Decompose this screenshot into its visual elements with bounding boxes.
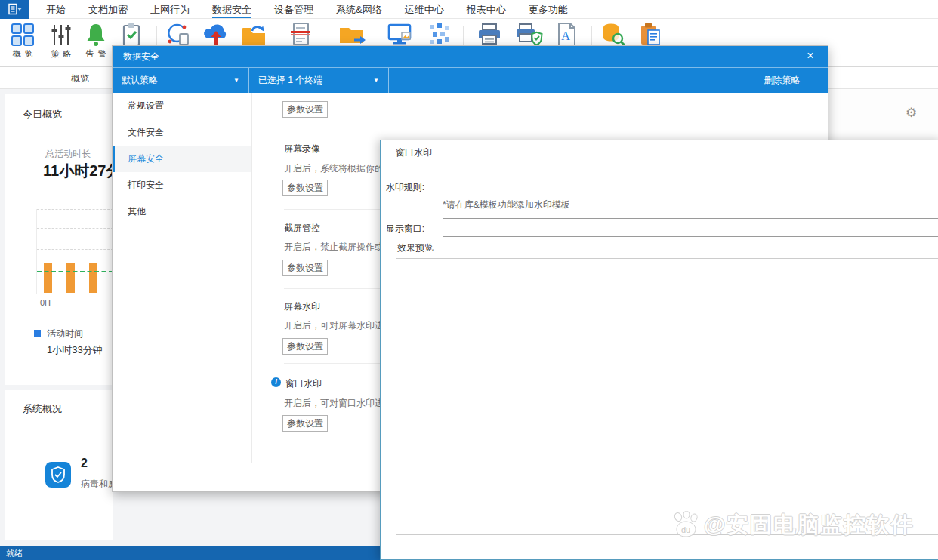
menu-item-report-center[interactable]: 报表中心	[455, 0, 517, 18]
watermark-dialog-title: 窗口水印	[396, 146, 432, 159]
menu-item-label: 开始	[46, 1, 66, 18]
toolbar-sync-button[interactable]	[161, 22, 194, 48]
toolbar-overview-button[interactable]: 概览	[6, 22, 39, 60]
toolbar-screen-capture-button[interactable]	[384, 22, 417, 48]
toolbar-folder-export-button[interactable]	[335, 22, 369, 48]
menu-item-label: 上网行为	[150, 1, 190, 18]
delete-policy-button[interactable]: 删除策略	[736, 68, 828, 93]
sidebar-item-screen-security[interactable]: 屏幕安全	[113, 146, 251, 172]
menu-bar: 开始 文档加密 上网行为 数据安全 设备管理 系统&网络 运维中心 报表中心 更…	[0, 0, 938, 19]
app-menu-button[interactable]	[0, 0, 29, 19]
alarm-bell-icon	[83, 22, 109, 48]
param-settings-button[interactable]: 参数设置	[282, 260, 328, 276]
app-menu-icon	[7, 3, 22, 16]
legend-label: 活动时间	[47, 328, 83, 340]
content-right-area	[828, 89, 938, 140]
menu-item-more-features[interactable]: 更多功能	[517, 0, 579, 18]
toolbar-print-button[interactable]	[473, 22, 506, 48]
clipboard-document-icon	[637, 22, 665, 48]
toolbar-audit-button[interactable]	[115, 22, 148, 48]
menu-item-internet-behavior[interactable]: 上网行为	[139, 0, 201, 18]
cloud-upload-icon	[202, 22, 230, 48]
param-settings-button[interactable]: 参数设置	[282, 180, 328, 196]
total-activity-value: 11小时27分钟	[43, 161, 113, 181]
menu-item-label: 更多功能	[529, 1, 568, 18]
menu-item-data-security[interactable]: 数据安全	[201, 0, 263, 18]
legend-color-swatch	[34, 330, 41, 337]
section-heading-screen-watermark: 屏幕水印	[284, 300, 320, 313]
menu-item-label: 运维中心	[405, 1, 444, 18]
watermark-rule-input[interactable]	[443, 177, 938, 195]
system-overview-card: 系统概况 2 病毒和威胁	[5, 390, 113, 540]
toolbar-clipboard-doc-button[interactable]	[634, 22, 668, 48]
terminal-dropdown[interactable]: 已选择 1 个终端 ▼	[249, 68, 389, 93]
sidebar-item-other[interactable]: 其他	[113, 198, 251, 225]
gear-icon[interactable]: ⚙	[906, 106, 917, 119]
toolbar-folder-restore-button[interactable]	[237, 22, 270, 48]
activity-bar	[44, 263, 52, 293]
menu-item-ops-center[interactable]: 运维中心	[393, 0, 455, 18]
menu-item-start[interactable]: 开始	[35, 0, 77, 18]
threat-count: 2	[81, 457, 88, 470]
document-scan-icon	[287, 22, 314, 48]
close-icon[interactable]: ×	[801, 46, 820, 67]
sidebar-item-general-settings[interactable]: 常规设置	[113, 93, 251, 119]
paw-icon: du	[671, 511, 702, 540]
dialog-sidebar: 常规设置 文件安全 屏幕安全 打印安全 其他	[113, 93, 252, 463]
overview-grid-icon	[10, 22, 35, 48]
menu-item-label: 数据安全	[212, 1, 251, 18]
info-icon: i	[271, 377, 281, 387]
legend-value: 1小时33分钟	[47, 343, 103, 357]
svg-text:A: A	[561, 29, 570, 42]
threshold-line	[37, 271, 113, 272]
status-text: 就绪	[6, 549, 23, 558]
sidebar-item-file-security[interactable]: 文件安全	[113, 119, 251, 146]
display-window-input[interactable]	[443, 218, 938, 237]
chevron-down-icon: ▼	[233, 77, 239, 84]
today-overview-card: 今日概览 总活动时长 11小时27分钟 0H 活动时间 1小时33分钟	[5, 94, 113, 385]
policy-dropdown-value: 默认策略	[122, 74, 158, 87]
toolbar-alarm-button[interactable]: 告警	[79, 22, 113, 60]
toolbar-print-shield-button[interactable]	[512, 22, 545, 48]
param-settings-button[interactable]: 参数设置	[282, 415, 328, 432]
chevron-down-icon: ▼	[373, 77, 379, 84]
toolbar-pattern-button[interactable]	[423, 22, 456, 48]
sync-copy-icon	[164, 22, 191, 48]
window-watermark-dialog: 窗口水印 水印规则: *请在库&模板功能添加水印模板 显示窗口: 效果预览	[380, 140, 938, 560]
printer-icon	[476, 22, 503, 48]
effect-preview-label: 效果预览	[397, 242, 434, 254]
toolbar-label: 策略	[45, 48, 78, 60]
activity-chart-plot	[36, 209, 113, 294]
menu-item-system-network[interactable]: 系统&网络	[325, 0, 393, 18]
printer-shield-icon	[514, 22, 543, 48]
param-settings-button[interactable]: 参数设置	[282, 338, 328, 355]
tab-overview[interactable]: 概览	[63, 68, 97, 89]
toolbar-policy-button[interactable]: 策略	[45, 22, 78, 60]
menu-item-label: 报表中心	[467, 1, 506, 18]
paw-badge-text: du	[681, 525, 690, 534]
threat-caption: 病毒和威胁	[81, 478, 113, 491]
section-divider	[284, 131, 810, 131]
activity-bar	[66, 263, 75, 293]
toolbar-cloud-upload-button[interactable]	[199, 22, 233, 48]
policy-dropdown[interactable]: 默认策略 ▼	[113, 68, 249, 93]
menu-item-doc-encryption[interactable]: 文档加密	[77, 0, 139, 18]
effect-preview-box	[396, 258, 938, 535]
menu-item-device-management[interactable]: 设备管理	[263, 0, 325, 18]
folder-restore-icon	[240, 22, 267, 48]
gridline	[37, 249, 113, 250]
param-settings-button[interactable]: 参数设置	[282, 101, 328, 118]
toolbar-doc-a-button[interactable]: A	[550, 22, 583, 48]
toolbar-doc-scan-button[interactable]	[284, 22, 317, 48]
sidebar-item-print-security[interactable]: 打印安全	[113, 172, 251, 198]
watermark-rule-hint: *请在库&模板功能添加水印模板	[443, 198, 570, 211]
menu-item-label: 系统&网络	[336, 1, 382, 18]
monitor-image-icon	[387, 22, 414, 48]
security-shield-tile[interactable]	[45, 462, 71, 488]
system-overview-title: 系统概况	[23, 402, 62, 416]
toolbar-db-search-button[interactable]	[597, 22, 631, 48]
menu-items: 开始 文档加密 上网行为 数据安全 设备管理 系统&网络 运维中心 报表中心 更…	[35, 0, 579, 18]
dialog-filter-bar: 默认策略 ▼ 已选择 1 个终端 ▼ 删除策略	[113, 67, 828, 93]
folder-export-icon	[338, 22, 366, 48]
clipboard-check-icon	[119, 22, 144, 48]
